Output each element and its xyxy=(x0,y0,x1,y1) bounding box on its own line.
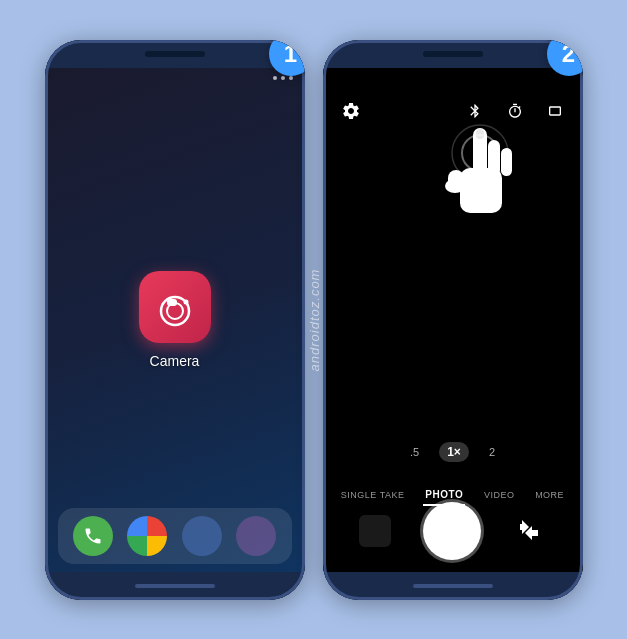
zoom-1x-btn[interactable]: 1× xyxy=(439,442,469,462)
phone2-home-indicator xyxy=(413,584,493,588)
phone-icon xyxy=(83,526,103,546)
svg-point-3 xyxy=(183,299,188,304)
shutter-button[interactable] xyxy=(423,502,481,560)
zoom-controls: .5 1× 2 xyxy=(323,442,583,462)
camera-icon-svg xyxy=(153,285,197,329)
phone1-dock xyxy=(58,508,292,564)
gesture-hand xyxy=(435,118,525,228)
phone2-speaker xyxy=(423,51,483,57)
camera-controls xyxy=(323,502,583,560)
settings-icon[interactable] xyxy=(337,97,365,125)
status-icons xyxy=(273,76,293,80)
phone1-screen: Camera xyxy=(45,68,305,572)
dock-blur-icon-1[interactable] xyxy=(182,516,222,556)
dock-phone-icon[interactable] xyxy=(73,516,113,556)
phones-container: 1 xyxy=(45,40,583,600)
battery-icon xyxy=(289,76,293,80)
wifi-icon xyxy=(281,76,285,80)
ratio-icon[interactable] xyxy=(541,97,569,125)
phone1-bottom-bar xyxy=(45,572,305,600)
phone1-home-indicator xyxy=(135,584,215,588)
signal-icon xyxy=(273,76,277,80)
phone-1: 1 xyxy=(45,40,305,600)
zoom-2x-btn[interactable]: 2 xyxy=(483,442,501,462)
phone1-speaker xyxy=(145,51,205,57)
dock-chrome-icon[interactable] xyxy=(127,516,167,556)
phone-2: 2 xyxy=(323,40,583,600)
phone2-bottom-bar xyxy=(323,572,583,600)
flip-camera-button[interactable] xyxy=(514,515,546,547)
camera-app-wrapper[interactable]: Camera xyxy=(139,271,211,369)
phone1-top-bar xyxy=(45,40,305,68)
zoom-05-btn[interactable]: .5 xyxy=(404,442,425,462)
phone2-screen: .5 1× 2 SINGLE TAKE PHOTO VIDEO MORE xyxy=(323,68,583,572)
gallery-thumbnail[interactable] xyxy=(359,515,391,547)
svg-rect-2 xyxy=(167,299,177,306)
camera-app-label: Camera xyxy=(150,353,200,369)
flip-icon xyxy=(518,519,542,543)
phone1-statusbar xyxy=(45,68,305,88)
dock-blur-icon-2[interactable] xyxy=(236,516,276,556)
camera-app-icon[interactable] xyxy=(139,271,211,343)
phone2-top-bar xyxy=(323,40,583,68)
